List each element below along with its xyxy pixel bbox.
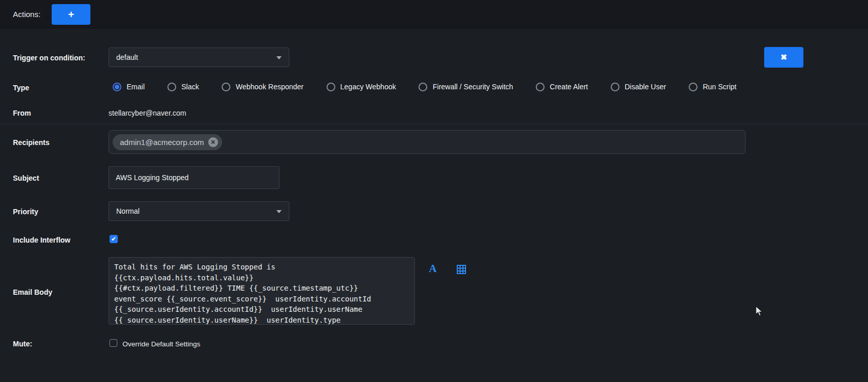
subject-value: AWS Logging Stopped: [116, 173, 189, 182]
chevron-down-icon: [276, 210, 282, 213]
priority-value: Normal: [116, 207, 140, 215]
mute-override-label[interactable]: Override Default Settings: [122, 340, 200, 348]
type-option-disable-user[interactable]: Disable User: [611, 83, 666, 91]
trigger-condition-label: Trigger on condition:: [13, 54, 85, 62]
radio-icon: [611, 83, 619, 91]
insert-table-icon[interactable]: [457, 265, 466, 276]
trigger-condition-select[interactable]: default: [109, 47, 289, 67]
add-action-button[interactable]: +: [52, 4, 90, 25]
actions-label: Actions:: [13, 10, 40, 19]
from-value: stellarcyber@naver.com: [109, 109, 186, 117]
recipient-chip-text: admin1@acmecorp.com: [120, 138, 204, 147]
recipients-label: Recipients: [13, 138, 50, 147]
email-body-input[interactable]: Total hits for AWS Logging Stopped is {{…: [109, 257, 415, 325]
type-option-webhook-responder[interactable]: Webhook Responder: [222, 83, 303, 91]
type-radio-group: Email Slack Webhook Responder Legacy Web…: [113, 80, 737, 93]
type-label: Type: [13, 84, 29, 92]
section-divider: [0, 124, 868, 124]
recipient-chip: admin1@acmecorp.com ×: [113, 134, 222, 150]
type-option-legacy-webhook[interactable]: Legacy Webhook: [327, 83, 396, 91]
remove-action-button[interactable]: ✖: [764, 47, 803, 68]
mute-label: Mute:: [13, 340, 32, 348]
type-option-create-alert[interactable]: Create Alert: [536, 83, 588, 91]
subject-input[interactable]: AWS Logging Stopped: [109, 166, 280, 189]
radio-icon: [167, 83, 176, 91]
radio-icon: [327, 83, 335, 91]
recipients-input[interactable]: admin1@acmecorp.com ×: [109, 130, 746, 154]
remove-recipient-icon[interactable]: ×: [208, 137, 218, 147]
radio-icon: [689, 83, 698, 91]
email-action-form: Actions: + Trigger on condition: default…: [0, 0, 868, 382]
actions-topbar: [0, 0, 868, 29]
type-option-firewall-security-switch[interactable]: Firewall / Security Switch: [419, 83, 513, 91]
from-label: From: [13, 109, 31, 117]
type-option-email[interactable]: Email: [113, 83, 145, 91]
radio-icon: [419, 83, 427, 91]
chevron-down-icon: [276, 56, 282, 59]
priority-select[interactable]: Normal: [109, 201, 289, 221]
priority-label: Priority: [13, 208, 38, 216]
type-option-run-script[interactable]: Run Script: [689, 83, 736, 91]
radio-icon: [222, 83, 230, 91]
mouse-cursor: [755, 306, 764, 319]
radio-icon: [536, 83, 545, 91]
include-interflow-label: Include Interflow: [13, 236, 70, 244]
mute-override-checkbox[interactable]: [110, 339, 117, 347]
radio-icon: [113, 83, 121, 91]
trigger-condition-value: default: [116, 53, 138, 61]
email-body-label: Email Body: [13, 288, 52, 296]
type-option-slack[interactable]: Slack: [167, 83, 199, 91]
font-style-icon[interactable]: A: [429, 262, 437, 275]
subject-label: Subject: [13, 174, 39, 182]
include-interflow-checkbox[interactable]: [110, 235, 118, 243]
